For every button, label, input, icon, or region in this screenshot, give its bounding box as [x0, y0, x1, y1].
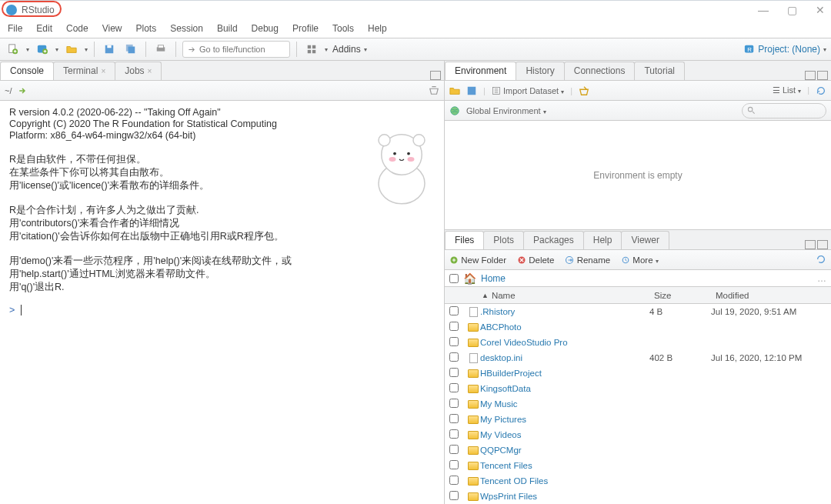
rename-button[interactable]: Rename	[565, 255, 610, 265]
file-checkbox[interactable]	[449, 429, 459, 439]
grid-button[interactable]	[303, 41, 320, 58]
minimize-icon[interactable]: —	[758, 4, 769, 16]
menu-code[interactable]: Code	[66, 23, 88, 34]
menu-plots[interactable]: Plots	[136, 23, 157, 34]
tab-environment[interactable]: Environment	[445, 62, 516, 80]
delete-button[interactable]: Delete	[517, 255, 554, 265]
file-row[interactable]: .Rhistory 4 B Jul 19, 2020, 9:51 AM	[445, 304, 831, 319]
tab-tutorial[interactable]: Tutorial	[634, 62, 685, 80]
clear-env-icon[interactable]	[579, 85, 589, 96]
breadcrumb-home[interactable]: Home	[481, 273, 506, 284]
more-path-button[interactable]: …	[817, 273, 826, 284]
arrow-icon[interactable]	[18, 86, 27, 95]
save-workspace-icon[interactable]	[466, 85, 477, 96]
file-name[interactable]: Tencent Files	[480, 461, 649, 470]
console-output[interactable]: R version 4.0.2 (2020-06-22) -- "Taking …	[0, 101, 444, 504]
tab-connections[interactable]: Connections	[564, 62, 636, 80]
maximize-pane-button[interactable]	[430, 71, 441, 80]
file-checkbox[interactable]	[449, 445, 459, 454]
tab-history[interactable]: History	[516, 62, 564, 80]
file-name[interactable]: ABCPhoto	[480, 322, 649, 332]
list-view-button[interactable]: ☰ List ▾	[773, 85, 801, 96]
file-row[interactable]: desktop.ini 402 B Jul 16, 2020, 12:10 PM	[445, 350, 831, 365]
chevron-down-icon[interactable]: ▾	[55, 46, 58, 53]
tab-viewer[interactable]: Viewer	[621, 231, 669, 249]
minimize-pane-button[interactable]	[805, 240, 816, 249]
file-name[interactable]: My Music	[480, 399, 649, 409]
new-project-button[interactable]	[34, 41, 51, 58]
env-scope[interactable]: Global Environment ▾	[466, 106, 546, 115]
chevron-down-icon[interactable]: ▾	[85, 46, 88, 53]
menu-debug[interactable]: Debug	[252, 23, 279, 34]
file-name[interactable]: QQPCMgr	[480, 446, 649, 455]
select-all-checkbox[interactable]	[449, 274, 459, 283]
file-row[interactable]: HBuilderProject	[445, 365, 831, 381]
tab-jobs[interactable]: Jobs×	[115, 62, 162, 80]
tab-console[interactable]: Console	[0, 62, 54, 80]
import-dataset-button[interactable]: Import Dataset ▾	[492, 86, 564, 95]
menu-help[interactable]: Help	[368, 23, 387, 34]
file-name[interactable]: desktop.ini	[480, 353, 649, 362]
print-button[interactable]	[152, 41, 169, 58]
close-icon[interactable]: ×	[101, 67, 105, 75]
file-name[interactable]: My Pictures	[480, 415, 649, 424]
addins-menu[interactable]: Addins ▾	[332, 44, 367, 55]
home-icon[interactable]: 🏠	[463, 272, 476, 285]
file-checkbox[interactable]	[449, 383, 459, 392]
tab-packages[interactable]: Packages	[523, 231, 584, 249]
file-name[interactable]: .Rhistory	[480, 307, 649, 316]
tab-files[interactable]: Files	[445, 231, 484, 249]
file-row[interactable]: QQPCMgr	[445, 442, 831, 458]
file-name[interactable]: WpsPrint Files	[480, 492, 649, 501]
file-name[interactable]: Corel VideoStudio Pro	[480, 338, 649, 347]
file-name[interactable]: KingsoftData	[480, 384, 649, 393]
file-checkbox[interactable]	[449, 368, 459, 377]
file-checkbox[interactable]	[449, 491, 459, 500]
file-checkbox[interactable]	[449, 460, 459, 469]
save-all-button[interactable]	[122, 41, 139, 58]
file-name[interactable]: Tencent OD Files	[480, 476, 649, 486]
file-row[interactable]: My Videos	[445, 427, 831, 442]
file-row[interactable]: KingsoftData	[445, 381, 831, 396]
col-name[interactable]: Name	[492, 291, 516, 300]
refresh-icon[interactable]	[816, 85, 826, 96]
col-modified[interactable]: Modified	[716, 291, 831, 300]
clear-console-button[interactable]	[429, 85, 439, 97]
file-checkbox[interactable]	[449, 306, 459, 315]
menu-profile[interactable]: Profile	[292, 23, 319, 34]
file-row[interactable]: Tencent OD Files	[445, 473, 831, 489]
file-checkbox[interactable]	[449, 414, 459, 423]
file-checkbox[interactable]	[449, 399, 459, 408]
file-row[interactable]: Tencent Files	[445, 458, 831, 473]
refresh-icon[interactable]	[816, 254, 826, 266]
col-size[interactable]: Size	[654, 291, 716, 300]
chevron-down-icon[interactable]: ▾	[325, 46, 328, 53]
file-name[interactable]: My Videos	[480, 430, 649, 439]
menu-file[interactable]: File	[8, 23, 22, 34]
file-checkbox[interactable]	[449, 352, 459, 362]
save-button[interactable]	[101, 41, 118, 58]
open-file-button[interactable]	[63, 41, 80, 58]
file-checkbox[interactable]	[449, 476, 459, 485]
tab-terminal[interactable]: Terminal×	[53, 62, 115, 80]
maximize-pane-button[interactable]	[817, 240, 828, 249]
goto-file-function-input[interactable]: Go to file/function	[182, 41, 290, 58]
file-row[interactable]: WpsPrint Files	[445, 489, 831, 504]
menu-tools[interactable]: Tools	[332, 23, 354, 34]
menu-view[interactable]: View	[102, 23, 122, 34]
new-folder-button[interactable]: New Folder	[449, 255, 506, 265]
file-checkbox[interactable]	[449, 322, 459, 331]
chevron-down-icon[interactable]: ▾	[26, 46, 29, 53]
env-search-input[interactable]	[742, 103, 826, 118]
file-row[interactable]: My Music	[445, 396, 831, 412]
file-checkbox[interactable]	[449, 337, 459, 346]
tab-help-pane[interactable]: Help	[583, 231, 622, 249]
maximize-pane-button[interactable]	[817, 71, 828, 80]
menu-session[interactable]: Session	[170, 23, 203, 34]
tab-plots[interactable]: Plots	[483, 231, 524, 249]
load-workspace-icon[interactable]	[449, 85, 460, 96]
file-row[interactable]: Corel VideoStudio Pro	[445, 335, 831, 350]
menu-edit[interactable]: Edit	[36, 23, 52, 34]
file-row[interactable]: ABCPhoto	[445, 319, 831, 335]
file-name[interactable]: HBuilderProject	[480, 369, 649, 378]
